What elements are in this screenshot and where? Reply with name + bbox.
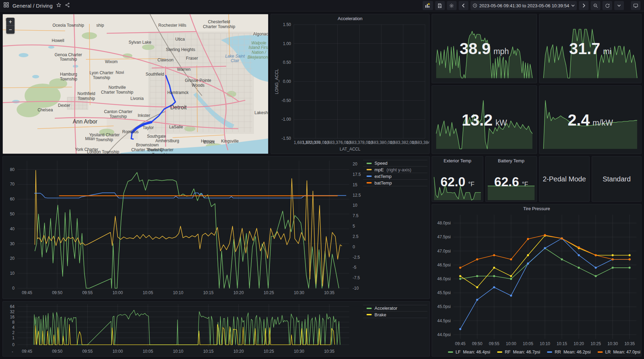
refresh-button[interactable] — [602, 1, 612, 10]
svg-text:45.5psi: 45.5psi — [437, 290, 451, 295]
legend-swatch — [497, 351, 502, 353]
stat-value-speed: 38.9 — [460, 39, 491, 58]
power-stat-panel[interactable]: 13.2 kW — [432, 85, 537, 154]
chevron-down-icon — [571, 4, 575, 7]
panel-title-exterior-temp[interactable]: Exterior Temp — [432, 158, 483, 163]
map-zoom-out-button[interactable]: − — [6, 26, 15, 34]
svg-text:7.5: 7.5 — [353, 213, 359, 218]
time-range-text: 2023-05-06 09:41:30 to 2023-05-06 10:39:… — [479, 3, 570, 8]
panel-title-tire-pressure[interactable]: Tire Pressure — [432, 206, 641, 211]
legend-item[interactable]: Speed — [363, 160, 427, 166]
legend-swatch — [367, 163, 372, 164]
share-icon[interactable] — [65, 2, 70, 9]
stat-unit-power: kW — [495, 118, 507, 128]
time-range-picker[interactable]: 2023-05-06 09:41:30 to 2023-05-06 10:39:… — [470, 1, 577, 10]
legend-item[interactable]: RFMean: 46.7psi — [497, 350, 540, 354]
kiosk-mode-button[interactable] — [631, 1, 641, 10]
star-icon[interactable] — [56, 2, 61, 9]
data-point-lr — [510, 258, 512, 260]
stat-unit-distance: mi — [603, 47, 611, 56]
svg-text:47.0psi: 47.0psi — [437, 249, 451, 254]
svg-text:10:20: 10:20 — [233, 290, 244, 295]
data-point-lr — [628, 258, 630, 260]
data-point-lf — [628, 267, 630, 269]
legend-item[interactable]: Brake — [363, 311, 427, 318]
svg-text:40: 40 — [10, 226, 15, 231]
efficiency-stat-panel[interactable]: 2.4 m/kW — [539, 85, 642, 154]
legend-item[interactable]: RRMean: 46.2psi — [547, 350, 591, 354]
legend-item[interactable]: extTemp — [363, 173, 427, 180]
save-dashboard-button[interactable] — [435, 1, 445, 10]
data-point-rr — [595, 267, 597, 269]
panel-title-battery-temp[interactable]: Battery Temp — [486, 158, 537, 163]
accel-x-axis-label: LAT_ACCL — [271, 147, 429, 152]
steering-mode-panel[interactable]: Standard — [592, 156, 642, 202]
zoom-out-time-button[interactable] — [591, 1, 600, 10]
apps-grid-icon[interactable] — [3, 2, 9, 9]
stat-value-distance: 31.7 — [569, 39, 600, 58]
legend-item[interactable]: mpE (right y-axis) — [363, 166, 427, 173]
svg-text:0.00: 0.00 — [283, 79, 291, 84]
svg-text:0: 0 — [353, 245, 355, 249]
acceleration-plot[interactable]: 1.501.000.500.00-0.50-1.00-1.501,683,372… — [271, 14, 429, 154]
svg-text:09:55: 09:55 — [82, 349, 92, 354]
tire-pressure-plot[interactable]: 44.0psi44.5psi45.0psi45.5psi46.0psi46.5p… — [432, 204, 641, 356]
legend-label: extTemp — [374, 174, 391, 179]
legend-item[interactable]: LFMean: 46.4psi — [448, 350, 490, 354]
legend-item[interactable]: LRMean: 47.0psi — [598, 350, 641, 354]
stat-unit-battery-temp: °F — [522, 181, 528, 188]
data-point-lr — [476, 258, 478, 260]
svg-text:1.50: 1.50 — [283, 22, 291, 27]
svg-text:12.5: 12.5 — [353, 193, 361, 198]
stat-unit-exterior-temp: °F — [468, 181, 474, 188]
svg-text:10:30: 10:30 — [294, 349, 304, 354]
legend-series-mean: Mean: 46.7psi — [513, 350, 540, 354]
svg-text:10:20: 10:20 — [574, 341, 584, 346]
legend-item[interactable]: batTemp — [363, 180, 427, 186]
time-shift-forward-button[interactable] — [579, 1, 589, 10]
panel-title-acceleration[interactable]: Acceleration — [271, 16, 429, 21]
data-point-lr — [595, 254, 597, 256]
svg-text:47.5psi: 47.5psi — [437, 234, 451, 239]
breadcrumb[interactable]: General / Driving — [12, 3, 53, 9]
add-panel-button[interactable] — [423, 1, 433, 10]
svg-text:15: 15 — [353, 182, 358, 187]
legend-swatch — [547, 351, 552, 353]
svg-text:09:55: 09:55 — [82, 290, 92, 295]
refresh-interval-dropdown[interactable] — [614, 1, 624, 10]
dashboard-settings-button[interactable] — [447, 1, 457, 10]
legend-series-name: RF — [505, 350, 511, 354]
clock-icon — [473, 3, 477, 8]
battery-temp-panel[interactable]: Battery Temp 62.6 °F — [485, 156, 537, 202]
top-navbar: General / Driving 2023-05-06 09:41:30 to… — [0, 0, 644, 11]
data-point-lr — [578, 246, 580, 248]
legend-label: Accelerator — [374, 306, 397, 311]
map-canvas[interactable] — [3, 14, 268, 154]
svg-text:-0.50: -0.50 — [282, 98, 291, 103]
route-map-panel[interactable]: stonOceola TownshipshipRochester HillsCh… — [2, 14, 268, 154]
svg-text:10:00: 10:00 — [506, 341, 516, 346]
exterior-temp-panel[interactable]: Exterior Temp 62.0 °F — [432, 156, 483, 202]
pedal-mode-panel[interactable]: 2-Pedal Mode — [539, 156, 590, 202]
svg-text:16: 16 — [10, 315, 15, 319]
distance-stat-panel[interactable]: 31.7 mi — [539, 14, 642, 83]
legend-series-mean: Mean: 46.2psi — [563, 350, 591, 354]
map-zoom-in-button[interactable]: + — [6, 18, 15, 26]
svg-text:10:25: 10:25 — [264, 349, 274, 354]
time-shift-back-button[interactable] — [459, 1, 468, 10]
svg-text:32: 32 — [10, 309, 15, 314]
svg-text:-2.5: -2.5 — [353, 255, 360, 260]
tire-pressure-panel: Tire Pressure 44.0psi44.5psi45.0psi45.5p… — [432, 204, 642, 357]
stat-value-exterior-temp: 62.0 — [440, 175, 465, 189]
legend-item[interactable]: Accelerator — [363, 305, 427, 311]
svg-text:0: 0 — [12, 286, 15, 291]
avg-speed-stat-panel[interactable]: 38.9 mph — [432, 14, 537, 83]
data-point-rf — [510, 275, 512, 277]
svg-text:-7.5: -7.5 — [353, 275, 360, 280]
data-point-rf — [527, 254, 529, 256]
svg-text:5: 5 — [353, 224, 355, 229]
svg-text:-: - — [12, 349, 13, 354]
data-point-rf — [628, 254, 630, 256]
svg-text:10:35: 10:35 — [624, 341, 635, 346]
svg-text:60: 60 — [10, 197, 15, 202]
